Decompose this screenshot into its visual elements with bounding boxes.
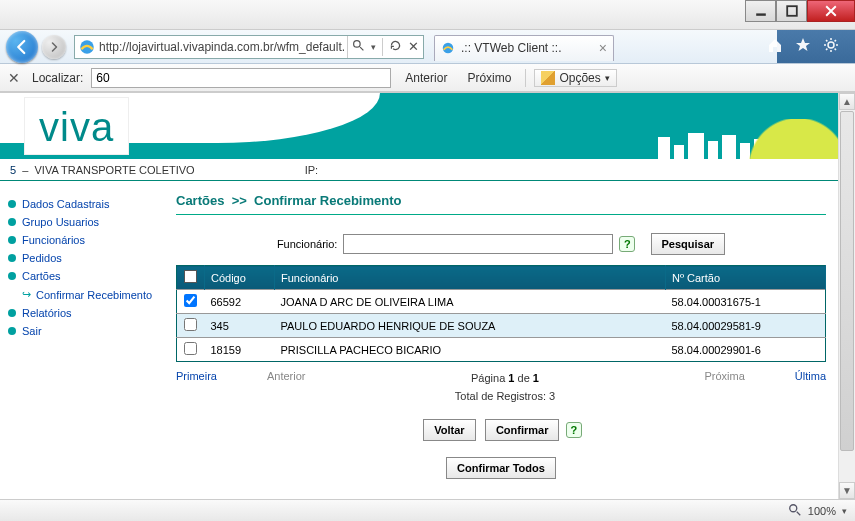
cell-cartao: 58.04.00031675-1 bbox=[666, 290, 826, 314]
pager-total-line: Total de Registros: 3 bbox=[455, 388, 555, 406]
help-icon[interactable]: ? bbox=[619, 236, 635, 252]
svg-rect-0 bbox=[756, 13, 766, 15]
page-content: Cartões >> Confirmar Recebimento Funcion… bbox=[170, 185, 838, 499]
svg-point-5 bbox=[828, 42, 834, 48]
sidebar-item-funcionarios[interactable]: Funcionários bbox=[6, 231, 164, 249]
sidebar-subitem-confirmar-recebimento[interactable]: Confirmar Recebimento bbox=[6, 285, 164, 304]
confirmar-button[interactable]: Confirmar bbox=[485, 419, 560, 441]
home-icon[interactable] bbox=[767, 37, 783, 56]
tab-title: .:: VTWeb Client ::. bbox=[461, 41, 561, 55]
find-prev-button[interactable]: Anterior bbox=[399, 69, 453, 87]
zoom-dropdown-icon[interactable]: ▾ bbox=[842, 506, 847, 516]
svg-point-3 bbox=[354, 40, 361, 47]
window-minimize-button[interactable] bbox=[745, 0, 776, 22]
highlight-icon bbox=[541, 71, 555, 85]
window-titlebar bbox=[0, 0, 855, 30]
funcionario-input[interactable] bbox=[343, 234, 613, 254]
tab-close-icon[interactable]: × bbox=[599, 40, 607, 56]
results-table: Código Funcionário Nº Cartão 66592JOANA … bbox=[176, 265, 826, 362]
table-row: 345PAULO EDUARDO HENRIQUE DE SOUZA58.04.… bbox=[177, 314, 826, 338]
skyline-graphic bbox=[658, 131, 828, 159]
window-close-button[interactable] bbox=[807, 0, 855, 22]
pager-first[interactable]: Primeira bbox=[176, 370, 217, 382]
find-close-icon[interactable]: ✕ bbox=[8, 70, 24, 86]
site-banner: viva bbox=[0, 93, 838, 159]
tab-strip: .:: VTWeb Client ::. × bbox=[434, 33, 614, 61]
browser-toolbar: ▾ ✕ .:: VTWeb Client ::. × bbox=[0, 30, 855, 64]
cell-codigo: 66592 bbox=[205, 290, 275, 314]
zoom-level[interactable]: 100% bbox=[808, 505, 836, 517]
ip-label: IP: bbox=[305, 164, 318, 176]
browser-tab[interactable]: .:: VTWeb Client ::. × bbox=[434, 35, 614, 61]
cell-codigo: 18159 bbox=[205, 338, 275, 362]
address-tools: ▾ ✕ bbox=[347, 36, 423, 58]
table-row: 66592JOANA D ARC DE OLIVEIRA LIMA58.04.0… bbox=[177, 290, 826, 314]
pager-next[interactable]: Próxima bbox=[704, 370, 744, 382]
dropdown-icon[interactable]: ▾ bbox=[371, 42, 376, 52]
find-next-button[interactable]: Próximo bbox=[461, 69, 517, 87]
row-checkbox[interactable] bbox=[184, 318, 197, 331]
url-input[interactable] bbox=[99, 40, 347, 54]
pager-last[interactable]: Última bbox=[795, 370, 826, 382]
site-logo: viva bbox=[24, 97, 129, 155]
scroll-down-icon[interactable]: ▼ bbox=[839, 482, 855, 499]
voltar-button[interactable]: Voltar bbox=[423, 419, 475, 441]
status-bar: 100% ▾ bbox=[0, 499, 855, 521]
sidebar-nav: Dados Cadastrais Grupo Usuarios Funcioná… bbox=[0, 185, 170, 499]
cell-funcionario: PAULO EDUARDO HENRIQUE DE SOUZA bbox=[275, 314, 666, 338]
col-cartao-header: Nº Cartão bbox=[666, 266, 826, 290]
col-select-header[interactable] bbox=[177, 266, 205, 290]
tools-gear-icon[interactable] bbox=[823, 37, 839, 56]
command-bar bbox=[767, 37, 849, 56]
logo-text: viva bbox=[39, 105, 114, 150]
funcionario-label: Funcionário: bbox=[277, 238, 338, 250]
cell-codigo: 345 bbox=[205, 314, 275, 338]
cell-funcionario: PRISCILLA PACHECO BICARIO bbox=[275, 338, 666, 362]
sidebar-item-grupo-usuarios[interactable]: Grupo Usuarios bbox=[6, 213, 164, 231]
pager: Primeira Anterior Página 1 de 1 Total de… bbox=[176, 370, 826, 405]
page-title: Cartões >> Confirmar Recebimento bbox=[176, 193, 826, 215]
find-label: Localizar: bbox=[32, 71, 83, 85]
content-viewport: viva 5 – VIVA TRANSPORTE COLETIVO IP: Da… bbox=[0, 92, 855, 499]
nav-forward-button[interactable] bbox=[42, 35, 66, 59]
col-codigo-header: Código bbox=[205, 266, 275, 290]
scroll-thumb[interactable] bbox=[840, 111, 854, 451]
find-options-label: Opções bbox=[559, 71, 600, 85]
stop-icon[interactable]: ✕ bbox=[408, 39, 419, 54]
sidebar-item-pedidos[interactable]: Pedidos bbox=[6, 249, 164, 267]
table-row: 18159PRISCILLA PACHECO BICARIO58.04.0002… bbox=[177, 338, 826, 362]
search-row: Funcionário: ? Pesquisar bbox=[176, 233, 826, 255]
row-checkbox[interactable] bbox=[184, 294, 197, 307]
sidebar-item-dados-cadastrais[interactable]: Dados Cadastrais bbox=[6, 195, 164, 213]
svg-point-6 bbox=[790, 504, 797, 511]
help-icon-2[interactable]: ? bbox=[566, 422, 582, 438]
pager-page-line: Página 1 de 1 bbox=[455, 370, 555, 388]
row-checkbox[interactable] bbox=[184, 342, 197, 355]
cell-funcionario: JOANA D ARC DE OLIVEIRA LIMA bbox=[275, 290, 666, 314]
window-maximize-button[interactable] bbox=[776, 0, 807, 22]
zoom-icon[interactable] bbox=[788, 503, 802, 519]
company-info-row: 5 – VIVA TRANSPORTE COLETIVO IP: bbox=[0, 159, 838, 181]
cell-cartao: 58.04.00029901-6 bbox=[666, 338, 826, 362]
sidebar-item-relatorios[interactable]: Relatórios bbox=[6, 304, 164, 322]
col-funcionario-header: Funcionário bbox=[275, 266, 666, 290]
vertical-scrollbar[interactable]: ▲ ▼ bbox=[838, 93, 855, 499]
pesquisar-button[interactable]: Pesquisar bbox=[651, 233, 726, 255]
company-name: VIVA TRANSPORTE COLETIVO bbox=[35, 164, 195, 176]
find-options-button[interactable]: Opções ▾ bbox=[534, 69, 616, 87]
breadcrumb-part2: Confirmar Recebimento bbox=[254, 193, 401, 208]
scroll-up-icon[interactable]: ▲ bbox=[839, 93, 855, 110]
favorites-icon[interactable] bbox=[795, 37, 811, 56]
search-icon[interactable] bbox=[352, 39, 365, 55]
sidebar-item-cartoes[interactable]: Cartões bbox=[6, 267, 164, 285]
find-input[interactable] bbox=[91, 68, 391, 88]
nav-back-button[interactable] bbox=[6, 31, 38, 63]
tab-favicon-icon bbox=[441, 41, 455, 55]
pager-prev[interactable]: Anterior bbox=[267, 370, 306, 382]
ie-favicon-icon bbox=[78, 38, 96, 56]
sidebar-item-sair[interactable]: Sair bbox=[6, 322, 164, 340]
address-bar[interactable]: ▾ ✕ bbox=[74, 35, 424, 59]
action-row: Voltar Confirmar ? bbox=[176, 419, 826, 441]
refresh-icon[interactable] bbox=[389, 39, 402, 55]
confirmar-todos-button[interactable]: Confirmar Todos bbox=[446, 457, 556, 479]
